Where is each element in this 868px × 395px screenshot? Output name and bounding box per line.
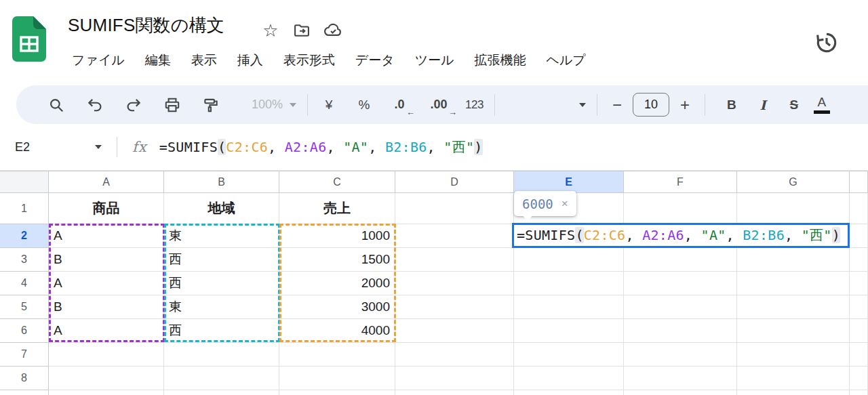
row-header-2[interactable]: 2 (0, 224, 49, 248)
menu-item-data[interactable]: データ (349, 49, 401, 72)
cell-G1[interactable] (737, 193, 850, 224)
cell-D3[interactable] (395, 248, 514, 272)
cell-H5[interactable] (850, 295, 868, 319)
decrease-font-size-button[interactable]: − (608, 96, 626, 115)
menu-item-edit[interactable]: 編集 (138, 49, 178, 72)
tooltip-close-icon[interactable]: × (561, 197, 568, 211)
row-header-7[interactable]: 7 (0, 343, 49, 367)
cell-F7[interactable] (624, 343, 737, 367)
menu-item-file[interactable]: ファイル (65, 49, 132, 72)
cell-H1[interactable] (850, 193, 868, 224)
menu-item-help[interactable]: ヘルプ (540, 49, 593, 72)
more-formats-button[interactable]: 123 (465, 98, 484, 112)
cell-C8[interactable] (279, 367, 395, 390)
row-header-1[interactable]: 1 (0, 193, 49, 224)
cell-H7[interactable] (850, 343, 868, 367)
cell-B2[interactable]: 東 (164, 224, 279, 248)
format-currency-button[interactable]: ¥ (319, 98, 339, 112)
cell-D9[interactable] (395, 390, 514, 395)
move-to-folder-button[interactable] (292, 20, 312, 41)
menu-item-format[interactable]: 表示形式 (277, 49, 342, 72)
column-header-F[interactable]: F (624, 171, 737, 193)
cell-E7[interactable] (514, 343, 624, 367)
cell-A3[interactable]: B (49, 248, 164, 272)
font-size-input[interactable]: 10 (633, 93, 669, 117)
cell-F6[interactable] (624, 319, 737, 343)
cell-B1[interactable]: 地域 (164, 193, 279, 224)
redo-button[interactable] (125, 96, 142, 114)
row-header-partial[interactable] (0, 390, 49, 395)
cell-B3[interactable]: 西 (164, 248, 279, 272)
cell-D1[interactable] (395, 193, 514, 224)
cell-C6[interactable]: 4000 (279, 319, 395, 343)
increase-decimal-button[interactable]: .00→ (426, 98, 452, 112)
cell-A7[interactable] (49, 343, 164, 367)
saved-to-drive-button[interactable] (323, 20, 343, 41)
cell-E5[interactable] (514, 295, 624, 319)
row-header-8[interactable]: 8 (0, 367, 49, 390)
column-header-partial[interactable] (850, 171, 868, 193)
increase-font-size-button[interactable]: + (676, 96, 694, 115)
cell-F3[interactable] (624, 248, 737, 272)
cell-C3[interactable]: 1500 (279, 248, 395, 272)
cell-C9[interactable] (279, 390, 395, 395)
cell-G9[interactable] (737, 390, 850, 395)
formula-input[interactable]: =SUMIFS(C2:C6, A2:A6, "A", B2:B6, "西") (159, 138, 483, 157)
paint-format-button[interactable] (202, 96, 220, 114)
row-header-6[interactable]: 6 (0, 319, 49, 343)
bold-button[interactable]: B (720, 98, 743, 112)
cell-G5[interactable] (737, 295, 850, 319)
cell-G7[interactable] (737, 343, 850, 367)
font-family-dropdown[interactable] (506, 103, 586, 107)
strikethrough-button[interactable]: S (783, 98, 806, 112)
cell-B8[interactable] (164, 367, 279, 390)
cell-B6[interactable]: 西 (164, 319, 279, 343)
column-header-G[interactable]: G (737, 171, 850, 193)
cell-H4[interactable] (850, 272, 868, 295)
cell-E9[interactable] (514, 390, 624, 395)
cell-E4[interactable] (514, 272, 624, 295)
cell-C7[interactable] (279, 343, 395, 367)
version-history-button[interactable] (814, 30, 840, 56)
cell-D7[interactable] (395, 343, 514, 367)
cell-B9[interactable] (164, 390, 279, 395)
cell-G4[interactable] (737, 272, 850, 295)
cell-D2[interactable] (395, 224, 514, 248)
cell-A6[interactable]: A (49, 319, 164, 343)
column-header-C[interactable]: C (279, 171, 395, 193)
cell-D4[interactable] (395, 272, 514, 295)
cell-G8[interactable] (737, 367, 850, 390)
cell-E6[interactable] (514, 319, 624, 343)
star-button[interactable]: ☆ (260, 20, 281, 41)
cell-B4[interactable]: 西 (164, 272, 279, 295)
cell-H9[interactable] (850, 390, 868, 395)
cell-G6[interactable] (737, 319, 850, 343)
cell-D8[interactable] (395, 367, 514, 390)
decrease-decimal-button[interactable]: .0← (389, 98, 410, 112)
menu-item-view[interactable]: 表示 (184, 49, 224, 72)
cell-F9[interactable] (624, 390, 737, 395)
cell-B7[interactable] (164, 343, 279, 367)
print-button[interactable] (163, 96, 181, 114)
cell-F4[interactable] (624, 272, 737, 295)
cell-C1[interactable]: 売上 (279, 193, 395, 224)
cell-C5[interactable]: 3000 (279, 295, 395, 319)
cell-A1[interactable]: 商品 (49, 193, 164, 224)
menu-item-extensions[interactable]: 拡張機能 (468, 49, 533, 72)
cell-F5[interactable] (624, 295, 737, 319)
row-header-3[interactable]: 3 (0, 248, 49, 272)
cell-E8[interactable] (514, 367, 624, 390)
search-button[interactable] (47, 96, 65, 114)
format-percent-button[interactable]: % (354, 98, 374, 112)
column-header-E[interactable]: E (514, 171, 624, 193)
document-title[interactable]: SUMIFS関数の構文 (68, 14, 224, 37)
cell-H6[interactable] (850, 319, 868, 343)
italic-button[interactable]: I (751, 98, 774, 112)
menu-item-insert[interactable]: 挿入 (231, 49, 270, 72)
menu-item-tools[interactable]: ツール (408, 49, 461, 72)
cell-C2[interactable]: 1000 (279, 224, 395, 248)
cell-H3[interactable] (850, 248, 868, 272)
zoom-control[interactable]: 100% (252, 98, 296, 112)
column-header-A[interactable]: A (49, 171, 164, 193)
cell-D6[interactable] (395, 319, 514, 343)
